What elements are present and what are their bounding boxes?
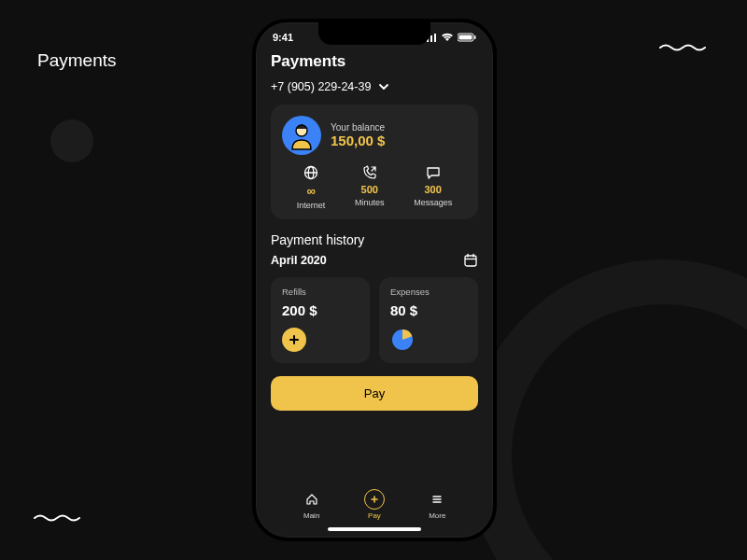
history-month: April 2020 — [271, 254, 327, 267]
phone-number-selector[interactable]: +7 (905) 229-24-39 — [271, 80, 478, 93]
refills-value: 200 $ — [282, 302, 359, 318]
usage-internet-value: ∞ — [306, 184, 315, 198]
refills-card[interactable]: Refills 200 $ — [271, 277, 370, 363]
status-time: 9:41 — [273, 32, 293, 43]
refills-label: Refills — [282, 287, 359, 297]
tab-more[interactable]: More — [427, 489, 447, 520]
screen-title: Payments — [271, 52, 478, 71]
avatar-icon — [286, 119, 317, 151]
usage-minutes: 500 Minutes — [355, 164, 385, 210]
page-title: Payments — [37, 50, 116, 71]
balance-card: Your balance 150,00 $ ∞ Internet 500 Min… — [271, 105, 478, 219]
globe-icon — [303, 165, 318, 180]
plus-icon — [282, 328, 306, 352]
svg-rect-5 — [459, 35, 472, 40]
pie-chart-icon — [390, 328, 415, 352]
chevron-down-icon — [378, 83, 389, 91]
balance-label: Your balance — [331, 122, 385, 133]
home-icon — [305, 493, 318, 506]
tab-main-label: Main — [303, 511, 319, 520]
svg-rect-2 — [430, 35, 432, 42]
tab-bar: Main Pay More — [256, 480, 493, 524]
calendar-icon[interactable] — [463, 253, 478, 268]
phone-notch — [318, 22, 430, 45]
usage-internet: ∞ Internet — [297, 164, 326, 210]
chat-icon — [426, 165, 441, 180]
phone-out-icon — [362, 165, 377, 180]
decor-squiggle-icon — [659, 43, 708, 52]
svg-rect-3 — [434, 34, 436, 42]
svg-rect-11 — [465, 256, 476, 266]
phone-frame: 9:41 Payments +7 (905) 229-24-39 Your ba… — [252, 19, 497, 541]
usage-messages-value: 300 — [424, 184, 441, 195]
decor-circle — [50, 119, 93, 162]
tab-main[interactable]: Main — [302, 489, 322, 520]
wifi-icon — [441, 33, 454, 42]
tab-pay[interactable]: Pay — [364, 489, 385, 520]
history-title: Payment history — [271, 232, 478, 247]
usage-messages-label: Messages — [414, 198, 452, 207]
plus-circle-icon — [369, 494, 380, 505]
decor-ring — [467, 259, 747, 560]
balance-amount: 150,00 $ — [331, 133, 385, 148]
tab-pay-label: Pay — [368, 511, 381, 520]
expenses-card[interactable]: Expenses 80 $ — [379, 277, 478, 363]
battery-icon — [458, 33, 476, 42]
expenses-label: Expenses — [390, 287, 467, 297]
svg-rect-6 — [474, 35, 476, 39]
usage-messages: 300 Messages — [414, 164, 452, 210]
tab-more-label: More — [429, 511, 445, 520]
home-indicator — [328, 527, 421, 531]
phone-number: +7 (905) 229-24-39 — [271, 80, 371, 93]
expenses-value: 80 $ — [390, 302, 467, 318]
avatar — [282, 116, 321, 155]
usage-internet-label: Internet — [297, 201, 326, 210]
menu-icon — [430, 493, 444, 506]
usage-minutes-label: Minutes — [355, 198, 385, 207]
decor-squiggle-icon — [34, 513, 82, 523]
pay-button[interactable]: Pay — [271, 376, 478, 411]
usage-minutes-value: 500 — [361, 184, 378, 195]
